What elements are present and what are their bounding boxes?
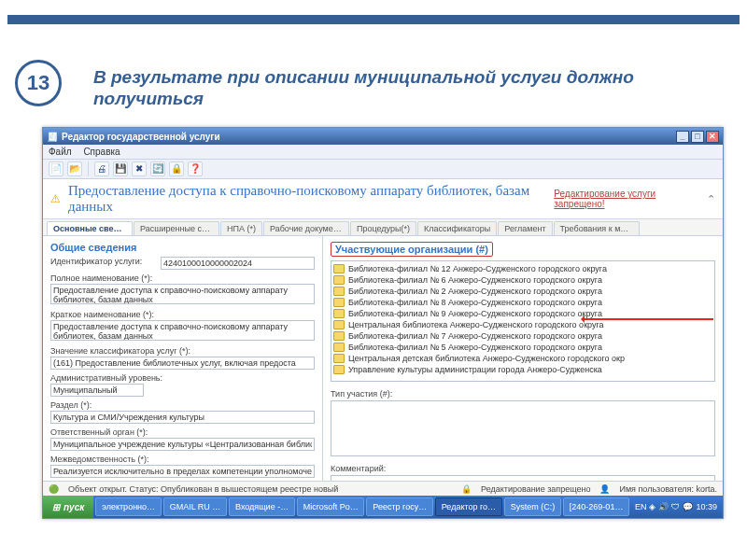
highlight-arrow — [583, 318, 713, 320]
razdel-input[interactable] — [50, 411, 315, 424]
taskbar-item-active[interactable]: Редактор го… — [435, 497, 502, 516]
tab-ext-info[interactable]: Расширенные сведения (*) — [134, 221, 219, 235]
folder-icon — [333, 320, 345, 329]
status-text-mid: Редактирование запрещено — [481, 484, 590, 494]
org-label: Библиотека-филиал № 12 Анжеро-Судженског… — [348, 264, 607, 273]
resp-input[interactable] — [50, 438, 315, 451]
toolbar-new-icon[interactable]: 📄 — [49, 161, 63, 176]
toolbar-lock-icon[interactable]: 🔒 — [169, 161, 184, 176]
folder-icon — [333, 354, 345, 363]
list-item[interactable]: Библиотека-филиал № 2 Анжеро-Судженского… — [333, 286, 712, 297]
org-listbox[interactable]: Библиотека-филиал № 12 Анжеро-Судженског… — [331, 260, 715, 382]
service-header: ⚠ Предоставление доступа к справочно-пои… — [43, 179, 723, 219]
type-label: Тип участия (#): — [331, 389, 715, 399]
toolbar-open-icon[interactable]: 📂 — [67, 161, 82, 176]
list-item[interactable]: Библиотека-филиал № 12 Анжеро-Судженског… — [333, 263, 712, 274]
tab-requirements[interactable]: Требования к местам предоставления — [554, 221, 640, 235]
status-user-icon: 👤 — [599, 484, 610, 494]
org-label: Библиотека-филиал № 2 Анжеро-Судженского… — [348, 287, 602, 296]
toolbar-refresh-icon[interactable]: 🔄 — [150, 161, 165, 176]
tray-icon[interactable]: 💬 — [683, 502, 693, 511]
slide-top-bar — [7, 15, 740, 24]
list-item[interactable]: Библиотека-филиал № 6 Анжеро-Судженского… — [333, 274, 712, 286]
tab-reglament[interactable]: Регламент — [498, 221, 552, 235]
razdel-label: Раздел (*): — [50, 400, 315, 410]
window-minimize-button[interactable]: _ — [676, 131, 689, 143]
tab-npa[interactable]: НПА (*) — [220, 221, 262, 235]
folder-icon — [333, 287, 345, 296]
status-open-icon: 🟢 — [49, 484, 59, 494]
classifier-input[interactable] — [50, 357, 315, 370]
fullname-input[interactable]: Предоставление доступа к справочно-поиск… — [50, 284, 315, 304]
folder-icon — [333, 331, 345, 341]
status-lock-icon: 🔒 — [461, 484, 472, 494]
window-close-button[interactable]: ✕ — [706, 131, 719, 143]
org-label: Библиотека-филиал № 8 Анжеро-Судженского… — [348, 298, 602, 307]
inter-label: Межведомственность (*): — [50, 455, 315, 464]
list-item[interactable]: Управление культуры администрации города… — [333, 364, 712, 375]
taskbar-item[interactable]: Реестр госу… — [366, 497, 432, 516]
window-maximize-button[interactable]: □ — [691, 131, 704, 143]
folder-icon — [333, 365, 345, 374]
org-label: Библиотека-филиал № 5 Анжеро-Судженского… — [348, 343, 602, 352]
list-item[interactable]: Центральная библиотека Анжеро-Судженског… — [333, 319, 712, 330]
language-indicator[interactable]: EN — [635, 502, 647, 511]
comment-label: Комментарий: — [331, 464, 715, 473]
status-text-left: Объект открыт. Статус: Опубликован в выш… — [68, 484, 338, 494]
taskbar-item[interactable]: System (C:) — [504, 497, 561, 516]
admlevel-input[interactable] — [50, 384, 144, 397]
org-label: Центральная детская библиотека Анжеро-Су… — [348, 354, 625, 363]
folder-icon — [333, 264, 345, 273]
menu-help[interactable]: Справка — [83, 147, 120, 157]
system-tray[interactable]: EN ◈ 🔊 🛡 💬 10:39 — [629, 502, 723, 511]
taskbar-item[interactable]: Входящие -… — [229, 497, 295, 516]
toolbar-delete-icon[interactable]: ✖ — [132, 161, 147, 176]
shortname-input[interactable]: Предоставление доступа к справочно-поиск… — [50, 320, 315, 341]
taskbar-item[interactable]: электронно… — [95, 497, 161, 516]
collapse-icon[interactable]: ⌃ — [707, 193, 715, 205]
list-item[interactable]: Библиотека-филиал № 8 Анжеро-Судженского… — [333, 297, 712, 308]
app-icon: 🧾 — [47, 132, 58, 142]
shortname-label: Краткое наименование (*): — [50, 310, 315, 319]
classifier-label: Значение классификатора услуг (*): — [50, 346, 315, 356]
org-label: Библиотека-филиал № 9 Анжеро-Судженского… — [348, 309, 602, 318]
clock[interactable]: 10:39 — [696, 502, 717, 511]
inter-input[interactable] — [50, 465, 315, 478]
folder-icon — [333, 343, 345, 352]
menu-file[interactable]: Файл — [49, 147, 72, 157]
windows-logo-icon: ⊞ — [52, 502, 60, 512]
tray-icon[interactable]: ◈ — [649, 502, 655, 511]
toolbar-print-icon[interactable]: 🖨 — [94, 161, 109, 176]
taskbar-item[interactable]: GMAIL RU … — [163, 497, 227, 516]
status-bar: 🟢 Объект открыт. Статус: Опубликован в в… — [43, 481, 723, 496]
tab-work-docs[interactable]: Рабочие документы (*) — [263, 221, 349, 235]
tab-procedures[interactable]: Процедуры(*) — [350, 221, 416, 235]
id-input[interactable] — [161, 257, 315, 270]
tray-icon[interactable]: 🛡 — [671, 502, 680, 511]
taskbar-item[interactable]: Microsoft Po… — [297, 497, 365, 516]
id-label: Идентификатор услуги: — [50, 257, 153, 266]
taskbar-item[interactable]: [240-269-01… — [563, 497, 629, 516]
type-box[interactable] — [331, 400, 715, 456]
comment-box[interactable] — [331, 475, 715, 481]
tab-classifiers[interactable]: Классификаторы — [417, 221, 497, 235]
right-pane: Участвующие организации (#) Библиотека-ф… — [323, 236, 723, 481]
tab-main-info[interactable]: Основные сведения (*) — [47, 221, 133, 235]
folder-icon — [333, 275, 345, 285]
slide-heading: В результате при описании муниципальной … — [93, 67, 672, 110]
left-pane: Общие сведения Идентификатор услуги: Пол… — [43, 236, 323, 481]
list-item[interactable]: Центральная детская библиотека Анжеро-Су… — [333, 353, 712, 364]
list-item[interactable]: Библиотека-филиал № 5 Анжеро-Судженского… — [333, 342, 712, 353]
toolbar-save-icon[interactable]: 💾 — [113, 161, 128, 176]
service-title: Предоставление доступа к справочно-поиск… — [68, 183, 546, 215]
org-label: Библиотека-филиал № 6 Анжеро-Судженского… — [348, 275, 602, 285]
slide-number-badge: 13 — [15, 60, 62, 106]
window-titlebar[interactable]: 🧾 Редактор государственной услуги _ □ ✕ — [43, 128, 723, 145]
toolbar-help-icon[interactable]: ❓ — [188, 161, 203, 176]
resp-label: Ответственный орган (*): — [50, 427, 315, 437]
list-item[interactable]: Библиотека-филиал № 7 Анжеро-Судженского… — [333, 330, 712, 342]
edit-locked-link[interactable]: Редактирование услуги запрещено! — [554, 189, 699, 209]
tray-icon[interactable]: 🔊 — [658, 502, 669, 511]
org-label: Библиотека-филиал № 7 Анжеро-Судженского… — [348, 331, 602, 341]
start-button[interactable]: ⊞ пуск — [43, 496, 93, 518]
